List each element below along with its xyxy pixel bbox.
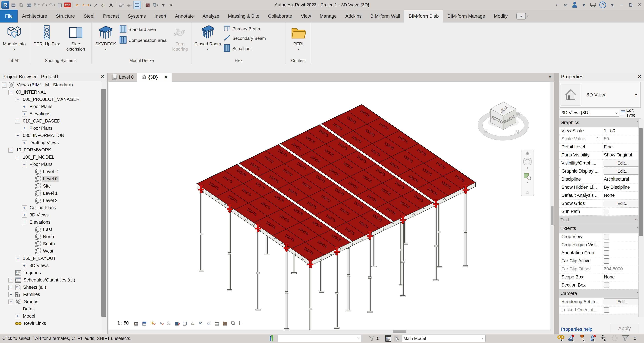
- project-browser-close-icon[interactable]: ✕: [100, 74, 104, 80]
- thin-lines-icon[interactable]: ☰: [134, 1, 141, 9]
- property-checkbox[interactable]: [604, 282, 609, 288]
- closed-room-button[interactable]: Closed Room ▾: [194, 24, 222, 52]
- edit-button[interactable]: Edit...: [604, 298, 642, 305]
- project-browser-scrollbar[interactable]: [101, 81, 107, 333]
- crop-view-off-icon[interactable]: ▣✕: [173, 319, 180, 326]
- ribbon-tab-architecture[interactable]: Architecture: [18, 10, 51, 23]
- zoom-dropdown-icon[interactable]: ▼: [526, 181, 529, 184]
- section-collapse-icon[interactable]: ˅˅: [635, 218, 638, 221]
- full-navigation-wheel-icon[interactable]: [525, 151, 530, 156]
- secondary-beam-button[interactable]: Secondary Beam: [223, 35, 279, 42]
- property-value[interactable]: By Discipline: [604, 185, 630, 190]
- tree-item-label[interactable]: Floor Plans: [28, 126, 54, 131]
- modify-dimension-icon[interactable]: ⇤: [74, 1, 81, 9]
- displacement-sets-icon[interactable]: ⧉: [230, 319, 236, 326]
- ribbon-tab-insert[interactable]: Insert: [150, 10, 170, 23]
- standard-area-button[interactable]: Standard area: [119, 25, 169, 34]
- active-design-option-icon[interactable]: [394, 335, 400, 342]
- tree-item-label[interactable]: Elevations: [28, 219, 52, 225]
- tree-item-label[interactable]: East: [42, 227, 53, 232]
- default-3d-view-icon[interactable]: ⌂▾: [118, 1, 125, 9]
- tree-expander-icon[interactable]: +: [22, 213, 27, 218]
- tree-expander-icon[interactable]: +: [22, 205, 27, 210]
- tree-expander-icon[interactable]: −: [8, 299, 14, 304]
- property-value[interactable]: Fine: [604, 144, 613, 150]
- text-icon[interactable]: A: [108, 1, 114, 9]
- property-checkbox[interactable]: [604, 209, 609, 214]
- search-prev-icon[interactable]: ‹: [554, 1, 560, 9]
- save-icon[interactable]: ▦: [26, 1, 32, 9]
- view-tab-level0[interactable]: Level 0: [108, 73, 137, 82]
- tree-expander-icon[interactable]: +: [22, 126, 27, 131]
- property-value[interactable]: None: [604, 274, 615, 280]
- section-icon[interactable]: ◈: [126, 1, 132, 9]
- view-tab-3d[interactable]: {3D} ✕: [137, 73, 172, 82]
- property-checkbox[interactable]: [604, 242, 609, 247]
- navbar-customize-icon[interactable]: [525, 191, 530, 195]
- property-checkbox[interactable]: [604, 258, 609, 264]
- panel-label-flex[interactable]: Flex: [192, 57, 286, 64]
- tree-expander-icon[interactable]: +: [8, 285, 14, 290]
- tree-expander-icon[interactable]: −: [15, 119, 20, 124]
- properties-help-link[interactable]: Properties help: [561, 326, 592, 332]
- sun-path-off-icon[interactable]: ☀✕: [149, 319, 156, 326]
- tree-expander-icon[interactable]: −: [22, 162, 27, 167]
- property-checkbox[interactable]: [604, 307, 609, 312]
- restore-icon[interactable]: ⧉: [628, 1, 633, 9]
- ribbon-tab-analyze[interactable]: Analyze: [198, 10, 224, 23]
- tree-expander-icon[interactable]: −: [22, 220, 27, 225]
- analytical-model-icon[interactable]: ▨: [222, 319, 228, 326]
- tree-expander-icon[interactable]: −: [8, 148, 14, 153]
- zoom-region-icon[interactable]: [523, 172, 532, 181]
- qat-collapse-icon[interactable]: ▿: [168, 1, 174, 9]
- select-links-icon[interactable]: [557, 334, 565, 343]
- tree-item-label[interactable]: Revit Links: [23, 321, 47, 326]
- property-value[interactable]: 1 : 50: [604, 128, 615, 133]
- tree-expander-icon[interactable]: −: [15, 97, 20, 102]
- tree-expander-icon[interactable]: −: [8, 90, 14, 95]
- tree-item-label[interactable]: 00_INTERNAL: [15, 89, 47, 95]
- edit-button[interactable]: Edit...: [604, 168, 642, 175]
- viewcube[interactable]: SWENTOPRIGHTBACK: [478, 102, 529, 140]
- tree-item-label[interactable]: Elevations: [28, 111, 52, 117]
- tree-item-label[interactable]: Level 2: [42, 198, 58, 203]
- file-properties-icon[interactable]: ▤: [10, 1, 17, 9]
- tag-icon[interactable]: ◇: [100, 1, 106, 9]
- ribbon-tab-precast[interactable]: Precast: [99, 10, 124, 23]
- tree-item-label[interactable]: Groups: [22, 299, 40, 304]
- shadows-off-icon[interactable]: ◑✕: [157, 319, 164, 326]
- primary-beam-button[interactable]: Primary Beam: [223, 25, 279, 33]
- tree-expander-icon[interactable]: +: [8, 278, 14, 283]
- property-value[interactable]: 304,8000: [604, 266, 623, 272]
- vertical-scrollbar[interactable]: [550, 82, 554, 330]
- ribbon-tab-annotate[interactable]: Annotate: [170, 10, 198, 23]
- crop-region-icon[interactable]: ▢: [181, 319, 188, 326]
- design-option-selector[interactable]: Main Model ˅: [402, 335, 486, 342]
- ribbon-tab-steel[interactable]: Steel: [79, 10, 99, 23]
- compass-e-label[interactable]: E: [484, 129, 488, 134]
- tree-item-label[interactable]: Drafting Views: [28, 140, 60, 146]
- worksets-icon[interactable]: [268, 335, 275, 342]
- select-underlay-elements-icon[interactable]: [568, 334, 576, 343]
- temporary-hide-isolate-icon[interactable]: ∞: [197, 319, 204, 326]
- compensation-area-button[interactable]: Compensation area: [119, 36, 169, 45]
- tree-item-label[interactable]: Detail: [22, 306, 36, 312]
- app-store-cart-icon[interactable]: [590, 1, 596, 9]
- visual-style-icon[interactable]: ⬒: [141, 319, 148, 326]
- close-icon[interactable]: ×: [636, 1, 642, 9]
- property-value[interactable]: 50: [604, 136, 609, 142]
- sign-in-dropdown-icon[interactable]: ▾: [581, 1, 586, 9]
- tree-item-label[interactable]: 150_F_LAYOUT: [22, 256, 57, 261]
- sync-icon[interactable]: ↻▾: [33, 1, 40, 9]
- reveal-hidden-icon[interactable]: ☼: [205, 319, 212, 326]
- property-checkbox[interactable]: [604, 234, 609, 239]
- ribbon-tab-manage[interactable]: Manage: [315, 10, 341, 23]
- select-pinned-elements-icon[interactable]: [579, 334, 586, 343]
- export-pdf-icon[interactable]: PDF: [64, 1, 71, 9]
- ribbon-tab-file[interactable]: File: [0, 10, 18, 23]
- select-elements-by-face-icon[interactable]: [590, 334, 597, 343]
- tree-item-label[interactable]: Sheets (all): [22, 284, 47, 290]
- type-selector-dropdown-icon[interactable]: ▼: [634, 93, 638, 97]
- schalhaut-button[interactable]: Schalhaut: [223, 44, 279, 53]
- ribbon-display-toggle[interactable]: ▲▾: [516, 10, 529, 23]
